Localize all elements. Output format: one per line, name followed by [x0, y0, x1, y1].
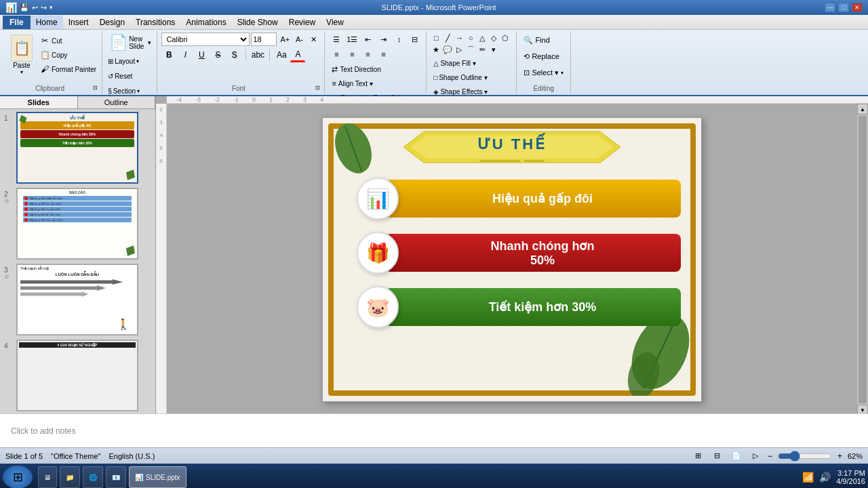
clipboard-dialog-btn[interactable]: ⊡	[93, 85, 98, 91]
shapes-more-arrow[interactable]: ▾	[488, 44, 499, 55]
review-menu[interactable]: Review	[283, 16, 321, 29]
shape-diamond[interactable]: ◇	[488, 33, 499, 43]
shape-outline-btn[interactable]: □ Shape Outline ▾	[431, 70, 512, 84]
slide-2-anim-icon: ☆	[4, 197, 9, 204]
bullets-btn[interactable]: ☰	[329, 33, 344, 46]
italic-button[interactable]: I	[178, 47, 193, 62]
start-button[interactable]: ⊞	[3, 466, 33, 488]
new-slide-arrow[interactable]: ▾	[146, 39, 153, 46]
shape-callout[interactable]: 💬	[442, 44, 453, 55]
slideshow-menu[interactable]: Slide Show	[232, 16, 283, 29]
view-slide-sorter-btn[interactable]: ⊟	[711, 450, 724, 462]
vscroll-down-btn[interactable]: ▼	[857, 405, 868, 413]
shape-freeform[interactable]: ✏	[477, 44, 488, 55]
slide-panel-content[interactable]: 1 ƯU THẾ Hiệu quả gấp đôi Nhanh chóng hơ…	[0, 109, 155, 413]
shape-arrow[interactable]: →	[454, 33, 465, 43]
view-normal-btn[interactable]: ⊞	[692, 450, 705, 462]
select-button[interactable]: ⊡ Select ▾ ▾	[521, 65, 566, 80]
columns-btn[interactable]: ⊟	[407, 33, 422, 46]
taskbar-browser-btn[interactable]: 🌐	[83, 466, 103, 488]
align-right-btn[interactable]: ≡	[360, 47, 375, 61]
canvas-scroll-area[interactable]: ƯU THẾ 📊 Hiệu quả gấp đôi	[167, 104, 857, 413]
format-painter-button[interactable]: 🖌 Format Painter	[38, 62, 98, 76]
font-color-btn[interactable]: A	[290, 47, 305, 62]
case-btn[interactable]: Aa	[274, 47, 289, 62]
slide-1-thumb[interactable]: ƯU THẾ Hiệu quả gấp đôi Nhanh chóng hơn …	[16, 112, 138, 184]
replace-button[interactable]: ⟲ Replace	[521, 49, 566, 64]
find-button[interactable]: 🔍 Find	[521, 33, 566, 47]
network-icon[interactable]: 📶	[802, 472, 814, 483]
shape-triangle[interactable]: △	[477, 33, 488, 43]
text-direction-btn[interactable]: ⇄ Text Direction	[329, 62, 422, 76]
reset-button[interactable]: ↺ Reset	[106, 69, 153, 83]
shape-star[interactable]: ★	[431, 44, 441, 55]
increase-indent-btn[interactable]: ⇥	[376, 33, 391, 46]
quick-access-redo[interactable]: ↪	[41, 3, 47, 12]
zoom-in-btn[interactable]: +	[837, 451, 842, 461]
slides-tab[interactable]: Slides	[0, 96, 78, 108]
copy-button[interactable]: 📋 Copy	[38, 48, 98, 62]
align-left-btn[interactable]: ≡	[329, 47, 344, 61]
decrease-font-btn[interactable]: A-	[292, 33, 306, 46]
font-dialog-btn[interactable]: ⊡	[315, 85, 320, 91]
shape-rect[interactable]: □	[431, 33, 441, 43]
align-center-btn[interactable]: ≡	[344, 47, 359, 61]
taskbar-desktop-btn[interactable]: 🖥	[38, 466, 57, 488]
shape-fill-btn[interactable]: △ Shape Fill ▾	[431, 56, 512, 70]
taskbar-ppt-btn[interactable]: 📊 SLIDE.pptx	[129, 466, 186, 488]
layout-button[interactable]: ⊞ Layout ▾	[106, 54, 153, 68]
quick-access-undo[interactable]: ↩	[32, 3, 38, 12]
design-menu[interactable]: Design	[94, 16, 130, 29]
minimize-btn[interactable]: —	[825, 3, 835, 12]
shadow-button[interactable]: S	[226, 47, 241, 62]
slide-3-thumb[interactable]: Thế mạnh nổi trội LUÔN LUÔN DẪN ĐẦU 🚶	[16, 264, 138, 336]
shape-curve[interactable]: ⌒	[465, 44, 476, 55]
file-menu[interactable]: File	[3, 16, 31, 29]
paste-arrow[interactable]: ▾	[20, 69, 23, 75]
volume-icon[interactable]: 🔊	[819, 472, 831, 483]
shape-oval[interactable]: ○	[465, 33, 476, 43]
shape-action[interactable]: ▷	[454, 44, 465, 55]
animations-menu[interactable]: Animations	[180, 16, 231, 29]
view-slideshow-btn[interactable]: ▷	[749, 450, 762, 462]
underline-button[interactable]: U	[194, 47, 209, 62]
shape-line[interactable]: ╱	[442, 33, 453, 43]
transitions-menu[interactable]: Transitions	[130, 16, 180, 29]
new-slide-button[interactable]: 📄 NewSlide ▾	[106, 33, 153, 53]
shape-pentagon[interactable]: ⬠	[500, 33, 511, 43]
view-menu[interactable]: View	[321, 16, 349, 29]
maximize-btn[interactable]: □	[838, 3, 849, 12]
taskbar-mail-btn[interactable]: 📧	[106, 466, 126, 488]
vscroll-thumb[interactable]	[859, 116, 867, 403]
slide-2-thumb[interactable]: BÁO CÁO Nội dung thứ nhất của slide Nội …	[16, 188, 138, 260]
paste-button[interactable]: 📋 Paste ▾	[7, 33, 37, 77]
vscroll-up-btn[interactable]: ▲	[857, 104, 868, 115]
increase-font-btn[interactable]: A+	[278, 33, 292, 46]
slide-4-thumb[interactable]: 4 GIAI ĐOẠN SỰ NGHIỆP	[16, 340, 138, 411]
line-spacing-btn[interactable]: ↕	[391, 33, 406, 46]
zoom-out-btn[interactable]: −	[768, 451, 772, 461]
home-menu[interactable]: Home	[31, 16, 63, 29]
quick-access-save[interactable]: 💾	[20, 3, 29, 12]
view-reading-btn[interactable]: 📄	[730, 450, 743, 462]
decrease-indent-btn[interactable]: ⇤	[360, 33, 375, 46]
zoom-slider[interactable]	[778, 452, 832, 460]
close-btn[interactable]: ✕	[852, 3, 863, 12]
notes-area[interactable]: Click to add notes	[0, 413, 868, 447]
outline-tab[interactable]: Outline	[78, 96, 156, 108]
canvas-vscroll[interactable]: ▲ ▼	[857, 104, 868, 413]
cut-button[interactable]: ✂ Cut	[38, 34, 98, 47]
align-text-btn[interactable]: ≡ Align Text ▾	[329, 77, 422, 90]
numbering-btn[interactable]: 1☰	[344, 33, 359, 46]
insert-menu[interactable]: Insert	[63, 16, 94, 29]
font-name-select[interactable]: Calibri	[161, 33, 250, 46]
clear-formatting-btn[interactable]: ✕	[307, 33, 320, 46]
strikethrough-button[interactable]: S	[210, 47, 225, 62]
taskbar-files-btn[interactable]: 📁	[60, 466, 80, 488]
font-size-input[interactable]	[251, 33, 277, 46]
justify-btn[interactable]: ≡	[376, 47, 391, 61]
bold-button[interactable]: B	[161, 47, 176, 62]
character-spacing-btn[interactable]: abc	[250, 47, 265, 62]
section-button[interactable]: § Section ▾	[106, 84, 153, 98]
slide-canvas[interactable]: ƯU THẾ 📊 Hiệu quả gấp đôi	[322, 117, 702, 402]
